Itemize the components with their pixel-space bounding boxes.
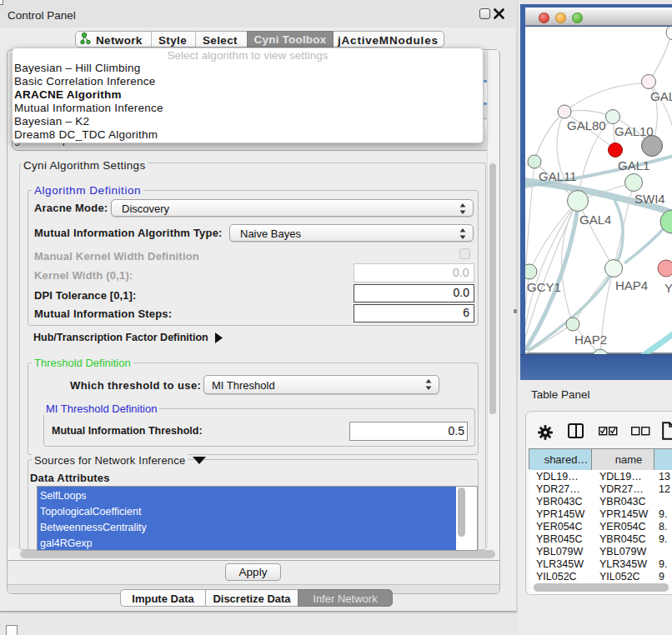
- svg-text:GAL11: GAL11: [539, 169, 577, 183]
- svg-text:GAL: GAL: [650, 89, 672, 103]
- svg-text:GAL10: GAL10: [614, 124, 654, 138]
- svg-text:GAL80: GAL80: [567, 118, 606, 132]
- svg-text:HAP2: HAP2: [574, 332, 607, 347]
- svg-text:HAP4: HAP4: [615, 278, 648, 292]
- svg-text:GCY1: GCY1: [527, 280, 561, 294]
- svg-text:SWI4: SWI4: [634, 192, 665, 206]
- svg-text:GAL1: GAL1: [618, 158, 649, 172]
- svg-text:Y: Y: [664, 281, 672, 295]
- svg-text:GAL4: GAL4: [579, 212, 611, 227]
